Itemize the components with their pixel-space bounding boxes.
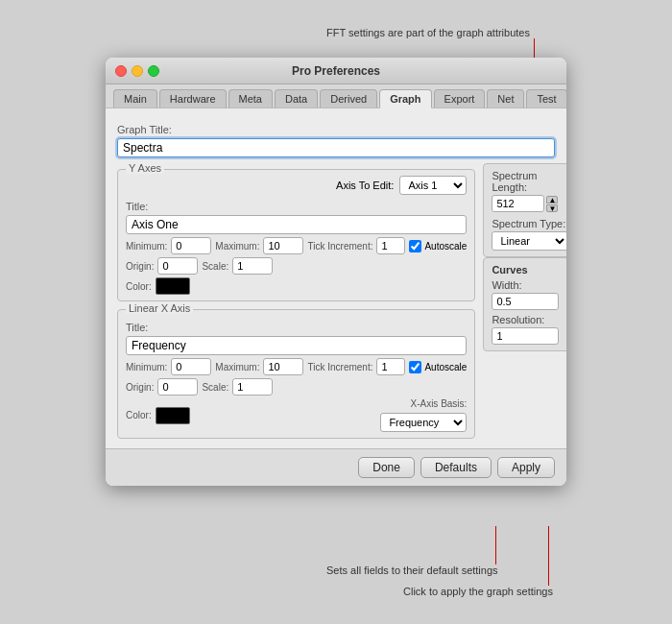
tab-derived[interactable]: Derived bbox=[320, 89, 377, 108]
curves-width-input[interactable] bbox=[492, 293, 559, 310]
window-title: Pro Preferences bbox=[292, 64, 380, 78]
right-column: Spectrum Length: ▲ ▼ Spectrum Type: Line… bbox=[483, 163, 566, 439]
tab-graph[interactable]: Graph bbox=[379, 89, 431, 108]
x-basis-select[interactable]: Frequency bbox=[380, 413, 467, 432]
maximize-button[interactable] bbox=[148, 65, 159, 77]
spectrum-type-label: Spectrum Type: bbox=[492, 218, 566, 229]
bottom-bar: Done Defaults Apply bbox=[106, 448, 566, 486]
axis-to-edit-select[interactable]: Axis 1 bbox=[399, 176, 467, 195]
tab-data[interactable]: Data bbox=[275, 89, 318, 108]
x-min-input[interactable] bbox=[171, 358, 211, 375]
curves-label: Curves bbox=[492, 264, 566, 276]
spectrum-length-down[interactable]: ▼ bbox=[546, 204, 558, 212]
y-color-swatch[interactable] bbox=[156, 277, 190, 295]
y-axes-group: Y Axes Axis To Edit: Axis 1 Title: Minim… bbox=[117, 169, 475, 301]
content-area: Graph Title: Y Axes Axis To Edit: Axis 1 bbox=[106, 108, 566, 448]
x-basis-label: X-Axis Basis: bbox=[410, 398, 467, 409]
y-min-input[interactable] bbox=[171, 237, 211, 254]
spectrum-section: Spectrum Length: ▲ ▼ Spectrum Type: Line… bbox=[483, 163, 566, 257]
traffic-lights bbox=[115, 65, 159, 77]
tab-main[interactable]: Main bbox=[113, 89, 157, 108]
curves-resolution-label: Resolution: bbox=[492, 314, 566, 325]
spectrum-length-input[interactable] bbox=[492, 195, 544, 212]
x-title-label: Title: bbox=[126, 322, 467, 333]
x-origin-input[interactable] bbox=[157, 378, 198, 396]
apply-annotation-text: Click to apply the graph settings bbox=[403, 586, 553, 597]
tab-net[interactable]: Net bbox=[487, 89, 524, 108]
left-column: Y Axes Axis To Edit: Axis 1 Title: Minim… bbox=[117, 163, 475, 439]
y-scale-label: Scale: bbox=[202, 261, 228, 272]
y-min-label: Minimum: bbox=[126, 241, 167, 252]
x-axis-label: Linear X Axis bbox=[126, 302, 193, 314]
x-tick-label: Tick Increment: bbox=[307, 362, 372, 372]
tab-bar: Main Hardware Meta Data Derived Graph Ex… bbox=[106, 84, 566, 108]
tab-export[interactable]: Export bbox=[434, 89, 486, 108]
spectrum-length-row: ▲ ▼ bbox=[492, 195, 566, 212]
x-autoscale-wrap: Autoscale bbox=[409, 361, 467, 373]
y-tick-label: Tick Increment: bbox=[307, 241, 372, 252]
curves-width-label: Width: bbox=[492, 279, 566, 291]
x-origin-scale-row: Origin: Scale: bbox=[126, 378, 467, 396]
x-scale-label: Scale: bbox=[202, 382, 228, 393]
done-button[interactable]: Done bbox=[358, 457, 415, 478]
y-max-input[interactable] bbox=[263, 237, 303, 254]
y-color-row: Color: bbox=[126, 277, 467, 295]
y-scale-input[interactable] bbox=[232, 257, 273, 275]
spectrum-type-select[interactable]: Linear bbox=[492, 231, 566, 251]
spectrum-length-stepper[interactable]: ▲ ▼ bbox=[546, 196, 558, 212]
apply-annotation-line bbox=[548, 526, 549, 586]
x-scale-input[interactable] bbox=[232, 378, 273, 396]
x-min-label: Minimum: bbox=[126, 362, 167, 372]
y-title-label: Title: bbox=[126, 201, 467, 212]
graph-title-label: Graph Title: bbox=[117, 124, 555, 135]
fft-annotation-text: FFT settings are part of the graph attri… bbox=[326, 27, 530, 38]
y-origin-label: Origin: bbox=[126, 261, 154, 272]
y-axes-label: Y Axes bbox=[126, 162, 164, 174]
x-tick-input[interactable] bbox=[376, 358, 405, 375]
y-autoscale-checkbox[interactable] bbox=[409, 240, 421, 252]
y-autoscale-wrap: Autoscale bbox=[409, 240, 467, 252]
x-color-swatch[interactable] bbox=[156, 407, 190, 424]
axis-to-edit-row: Axis To Edit: Axis 1 bbox=[126, 176, 467, 195]
curves-section: Curves Width: Resolution: bbox=[483, 257, 566, 351]
y-tick-input[interactable] bbox=[376, 237, 405, 254]
x-color-label: Color: bbox=[126, 410, 152, 420]
graph-title-input[interactable] bbox=[117, 138, 555, 157]
defaults-button[interactable]: Defaults bbox=[420, 457, 492, 478]
curves-resolution-input[interactable] bbox=[492, 327, 559, 345]
x-color-basis-row: Color: X-Axis Basis: Frequency bbox=[126, 398, 467, 432]
defaults-annotation-text: Sets all fields to their default setting… bbox=[326, 564, 498, 576]
y-min-max-row: Minimum: Maximum: Tick Increment: Autosc… bbox=[126, 237, 467, 254]
y-title-input[interactable] bbox=[126, 215, 467, 234]
y-origin-input[interactable] bbox=[157, 257, 198, 275]
x-autoscale-checkbox[interactable] bbox=[409, 361, 421, 373]
y-color-label: Color: bbox=[126, 281, 152, 292]
x-autoscale-label: Autoscale bbox=[424, 362, 467, 372]
x-origin-label: Origin: bbox=[126, 382, 154, 393]
close-button[interactable] bbox=[115, 65, 127, 77]
tab-meta[interactable]: Meta bbox=[228, 89, 273, 108]
apply-button[interactable]: Apply bbox=[497, 457, 555, 478]
y-max-label: Maximum: bbox=[215, 241, 259, 252]
spectrum-length-label: Spectrum Length: bbox=[492, 170, 566, 193]
x-max-input[interactable] bbox=[263, 358, 303, 375]
minimize-button[interactable] bbox=[132, 65, 143, 77]
defaults-annotation-line bbox=[495, 526, 496, 564]
tab-hardware[interactable]: Hardware bbox=[159, 89, 227, 108]
spectrum-length-up[interactable]: ▲ bbox=[546, 196, 558, 204]
x-max-label: Maximum: bbox=[215, 362, 259, 372]
main-window: Pro Preferences Main Hardware Meta Data … bbox=[106, 58, 566, 486]
y-autoscale-label: Autoscale bbox=[424, 241, 467, 252]
x-title-input[interactable] bbox=[126, 336, 467, 355]
x-axis-group: Linear X Axis Title: Minimum: Maximum: T… bbox=[117, 309, 475, 439]
tab-test[interactable]: Test bbox=[526, 89, 566, 108]
axis-to-edit-label: Axis To Edit: bbox=[336, 180, 394, 191]
titlebar: Pro Preferences bbox=[106, 58, 566, 84]
x-min-max-row: Minimum: Maximum: Tick Increment: Autosc… bbox=[126, 358, 467, 375]
y-origin-scale-row: Origin: Scale: bbox=[126, 257, 467, 275]
